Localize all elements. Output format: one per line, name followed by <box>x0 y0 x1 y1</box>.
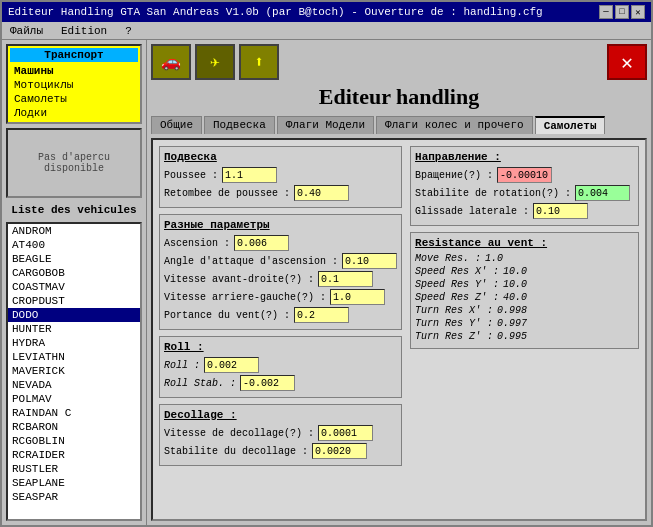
maximize-button[interactable]: □ <box>615 5 629 19</box>
input-poussee[interactable] <box>222 167 277 183</box>
list-item[interactable]: SEASPAR <box>8 490 140 504</box>
right-panel: 🚗 ✈ ⬆ ✕ Editeur handling Общие Подвеска … <box>147 40 651 525</box>
input-stab-dec[interactable] <box>312 443 367 459</box>
section-podveska-title: Подвеска <box>164 151 397 163</box>
sidebar-item-planes[interactable]: Самолеты <box>10 92 138 106</box>
val-turn-y: 0.997 <box>497 318 527 329</box>
tab-flagi-modeli[interactable]: Флаги Модели <box>277 116 374 134</box>
tab-samolyoty[interactable]: Самолеты <box>535 116 606 134</box>
label-angle: Angle d'attaque d'ascension : <box>164 256 338 267</box>
car-icon-btn[interactable]: 🚗 <box>151 44 191 80</box>
field-turn-y: Turn Res Y' : 0.997 <box>415 318 634 329</box>
list-item[interactable]: CROPDUST <box>8 294 140 308</box>
val-speed-y: 10.0 <box>503 279 527 290</box>
section-decollage: Decollage : Vitesse de decollage(?) : St… <box>159 404 402 466</box>
field-roll: Roll : <box>164 357 397 373</box>
list-item[interactable]: ANDROM <box>8 224 140 238</box>
field-vitesse-ar: Vitesse arriere-gauche(?) : <box>164 289 397 305</box>
list-item[interactable]: MAVERICK <box>8 364 140 378</box>
vehicle-preview: Pas d'apercudisponible <box>6 128 142 198</box>
tab-obshie[interactable]: Общие <box>151 116 202 134</box>
label-turn-z: Turn Res Z' : <box>415 331 493 342</box>
section-decollage-title: Decollage : <box>164 409 397 421</box>
input-vitesse-dec[interactable] <box>318 425 373 441</box>
title-bar: Editeur Handling GTA San Andreas V1.0b (… <box>2 2 651 22</box>
list-item[interactable]: HUNTER <box>8 322 140 336</box>
app-title: Editeur handling <box>151 84 647 110</box>
label-vitesse-ar: Vitesse arriere-gauche(?) : <box>164 292 326 303</box>
label-turn-x: Turn Res X' : <box>415 305 493 316</box>
sidebar-item-boats[interactable]: Лодки <box>10 106 138 120</box>
close-x-button[interactable]: ✕ <box>607 44 647 80</box>
list-item[interactable]: RCBARON <box>8 420 140 434</box>
list-item-selected[interactable]: DODO <box>8 308 140 322</box>
window-title: Editeur Handling GTA San Andreas V1.0b (… <box>8 6 543 18</box>
input-ascension[interactable] <box>234 235 289 251</box>
field-portance: Portance du vent(?) : <box>164 307 397 323</box>
title-bar-buttons: ─ □ ✕ <box>599 5 645 19</box>
transport-title: Транспорт <box>10 48 138 62</box>
preview-text: Pas d'apercudisponible <box>38 152 110 174</box>
input-angle[interactable] <box>342 253 397 269</box>
list-item[interactable]: RCRAIDER <box>8 448 140 462</box>
list-item[interactable]: HYDRA <box>8 336 140 350</box>
val-speed-x: 10.0 <box>503 266 527 277</box>
list-item[interactable]: RAINDAN C <box>8 406 140 420</box>
arrow-icon-btn[interactable]: ⬆ <box>239 44 279 80</box>
input-glissade[interactable] <box>533 203 588 219</box>
field-angle: Angle d'attaque d'ascension : <box>164 253 397 269</box>
val-turn-z: 0.995 <box>497 331 527 342</box>
label-speed-y: Speed Res Y' : <box>415 279 499 290</box>
input-retombee[interactable] <box>294 185 349 201</box>
field-stab-dec: Stabilite du decollage : <box>164 443 397 459</box>
list-item[interactable]: COASTMAV <box>8 280 140 294</box>
plane-icon-btn[interactable]: ✈ <box>195 44 235 80</box>
sidebar: Транспорт Машины Мотоциклы Самолеты Лодк… <box>2 40 147 525</box>
field-poussee: Poussee : <box>164 167 397 183</box>
tab-flagi-koles[interactable]: Флаги колес и прочего <box>376 116 533 134</box>
section-resistance-title: Resistance au vent : <box>415 237 634 249</box>
section-resistance: Resistance au vent : Move Res. : 1.0 Spe… <box>410 232 639 349</box>
input-vitesse-av[interactable] <box>318 271 373 287</box>
field-speed-x: Speed Res X' : 10.0 <box>415 266 634 277</box>
menu-files[interactable]: Файлы <box>6 25 47 37</box>
field-vrashenie: Вращение(?) : <box>415 167 634 183</box>
input-portance[interactable] <box>294 307 349 323</box>
minimize-button[interactable]: ─ <box>599 5 613 19</box>
label-portance: Portance du vent(?) : <box>164 310 290 321</box>
list-item[interactable]: CARGOBOB <box>8 266 140 280</box>
sidebar-item-machines[interactable]: Машины <box>10 64 138 78</box>
list-item[interactable]: AT400 <box>8 238 140 252</box>
label-stab-rot: Stabilite de rotation(?) : <box>415 188 571 199</box>
label-roll: Roll : <box>164 360 200 371</box>
section-razn-title: Разные параметры <box>164 219 397 231</box>
input-stab-rot[interactable] <box>575 185 630 201</box>
field-move-res: Move Res. : 1.0 <box>415 253 634 264</box>
list-item[interactable]: NEVADA <box>8 378 140 392</box>
input-vitesse-ar[interactable] <box>330 289 385 305</box>
close-button[interactable]: ✕ <box>631 5 645 19</box>
list-item[interactable]: BEAGLE <box>8 252 140 266</box>
field-stab-rot: Stabilite de rotation(?) : <box>415 185 634 201</box>
sidebar-item-motorcycles[interactable]: Мотоциклы <box>10 78 138 92</box>
input-roll-stab[interactable] <box>240 375 295 391</box>
field-speed-y: Speed Res Y' : 10.0 <box>415 279 634 290</box>
field-glissade: Glissade laterale : <box>415 203 634 219</box>
menu-help[interactable]: ? <box>121 25 136 37</box>
list-item[interactable]: LEVIATHN <box>8 350 140 364</box>
label-vitesse-dec: Vitesse de decollage(?) : <box>164 428 314 439</box>
list-item[interactable]: RUSTLER <box>8 462 140 476</box>
section-razn: Разные параметры Ascension : Angle d'att… <box>159 214 402 330</box>
input-vrashenie[interactable] <box>497 167 552 183</box>
menu-bar: Файлы Edition ? <box>2 22 651 40</box>
list-item[interactable]: POLMAV <box>8 392 140 406</box>
list-item[interactable]: RCGOBLIN <box>8 434 140 448</box>
input-roll[interactable] <box>204 357 259 373</box>
list-item[interactable]: SEAPLANE <box>8 476 140 490</box>
section-podveska: Подвеска Poussee : Retombee de poussee : <box>159 146 402 208</box>
tab-podveska[interactable]: Подвеска <box>204 116 275 134</box>
val-speed-z: 40.0 <box>503 292 527 303</box>
left-column: Подвеска Poussee : Retombee de poussee :… <box>159 146 402 513</box>
vehicle-list[interactable]: ANDROM AT400 BEAGLE CARGOBOB COASTMAV CR… <box>6 222 142 521</box>
menu-edition[interactable]: Edition <box>57 25 111 37</box>
